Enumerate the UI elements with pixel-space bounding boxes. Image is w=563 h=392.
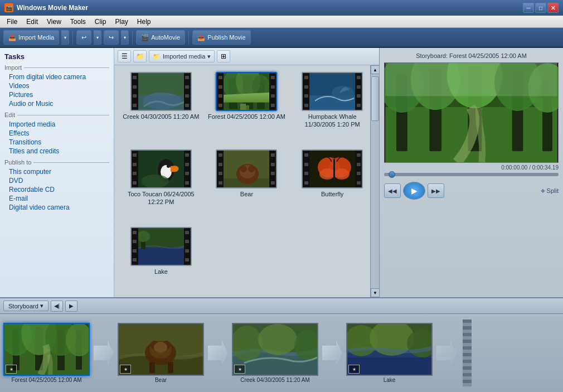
task-effects[interactable]: Effects	[4, 129, 109, 138]
media-thumb-lake	[130, 227, 192, 266]
media-thumb-butterfly	[302, 149, 363, 188]
timeline-play-button[interactable]: ▶	[65, 301, 77, 312]
preview-seekbar[interactable]	[384, 173, 559, 176]
automovie-icon: 🎬	[141, 34, 149, 41]
menu-help[interactable]: Help	[133, 17, 156, 27]
media-item-butterfly[interactable]: Butterfly	[292, 149, 372, 221]
timeline-go-start-button[interactable]: ◀|	[51, 301, 63, 312]
timeline-item-creek[interactable]: ★ Creek 04/30/2005 11:20 AM	[232, 323, 318, 383]
media-grid: Creek 04/30/2005 11:20 AM	[114, 65, 379, 297]
tl-arrow-4	[433, 336, 460, 370]
preview-time-display: 0:00:00.00 / 0:00:34.19	[384, 164, 559, 171]
tasks-title: Tasks	[4, 52, 109, 61]
automovie-button[interactable]: 🎬 AutoMovie	[136, 30, 185, 45]
menu-tools[interactable]: Tools	[66, 17, 90, 27]
undo-button[interactable]: ↩	[76, 30, 91, 45]
close-button[interactable]: ✕	[547, 3, 559, 13]
maximize-button[interactable]: □	[535, 3, 546, 13]
task-pictures[interactable]: Pictures	[4, 90, 109, 99]
preview-title: Storyboard: Forest 04/25/2005 12:00 AM	[384, 52, 559, 59]
scroll-down-arrow[interactable]: ▼	[371, 288, 379, 297]
dropdown-arrow-icon: ▾	[207, 53, 211, 60]
arrow-shape-1	[94, 341, 114, 365]
film-strip-right-3	[355, 73, 362, 110]
whale-visual	[309, 73, 357, 111]
scroll-thumb[interactable]	[371, 76, 379, 121]
bear-visual	[224, 151, 271, 188]
media-item-creek[interactable]: Creek 04/30/2005 11:20 AM	[121, 72, 201, 144]
film-strip-right-2	[269, 73, 276, 110]
media-item-lake[interactable]: Lake	[121, 227, 201, 291]
svg-rect-11	[246, 105, 249, 111]
minimize-button[interactable]: ─	[523, 3, 534, 13]
view-mode-button[interactable]: ☰	[118, 50, 131, 62]
tl-label-creek: Creek 04/30/2005 11:20 AM	[240, 377, 310, 383]
tl-arrow-1	[90, 336, 118, 370]
seek-thumb[interactable]	[389, 171, 395, 178]
film-strip-right-4	[184, 151, 191, 187]
film-strip-left	[132, 73, 138, 110]
scrollbar-track[interactable]: ▲ ▼	[370, 65, 379, 297]
import-section-header: Import	[4, 64, 109, 71]
arrow-shape-2	[208, 341, 228, 365]
rewind-button[interactable]: ◀◀	[384, 183, 401, 198]
publish-movie-button[interactable]: 📤 Publish Movie	[192, 30, 250, 45]
timeline-item-bear[interactable]: ★ Bear	[118, 323, 204, 383]
film-strip-left-3	[303, 73, 309, 110]
tasks-panel: Tasks Import From digital video camera V…	[0, 48, 114, 297]
tl-arrow-2	[204, 336, 232, 370]
svg-point-30	[334, 168, 350, 180]
timeline-item-forest[interactable]: ★ Forest 04/25/2005 12:00 AM	[3, 323, 90, 383]
svg-rect-66	[149, 362, 155, 373]
menu-view[interactable]: View	[42, 17, 66, 27]
film-strip-right-6	[355, 151, 362, 187]
task-digital-camera[interactable]: From digital video camera	[4, 72, 109, 81]
svg-rect-10	[240, 104, 246, 111]
menu-file[interactable]: File	[2, 17, 22, 27]
film-strip-left-5	[217, 151, 224, 187]
timeline-item-lake[interactable]: ★ Lake	[346, 323, 433, 383]
media-label-butterfly: Butterfly	[321, 190, 343, 198]
task-audio[interactable]: Audio or Music	[4, 99, 109, 108]
media-label-whale: Humpback Whale 11/30/2005 1:20 PM	[292, 113, 372, 129]
preview-controls: ◀◀ ▶ ▶▶ ⌖ Split	[384, 182, 559, 200]
split-button[interactable]: ⌖ Split	[541, 186, 559, 196]
grid-view-button[interactable]: ⊞	[217, 50, 230, 62]
media-item-forest[interactable]: Forest 04/25/2005 12:00 AM	[207, 72, 287, 144]
folder-button[interactable]: 📁	[133, 50, 147, 62]
media-item-bear[interactable]: Bear	[207, 149, 287, 221]
timeline-end-strip	[463, 320, 472, 386]
preview-panel: Storyboard: Forest 04/25/2005 12:00 AM	[379, 48, 563, 297]
scroll-up-arrow[interactable]: ▲	[371, 65, 379, 74]
import-media-button[interactable]: 📥 Import Media	[3, 30, 59, 45]
task-email[interactable]: E-mail	[4, 194, 109, 203]
arrow-shape-3	[322, 341, 342, 365]
task-transitions[interactable]: Transitions	[4, 138, 109, 147]
tl-star-icon-2: ★	[120, 365, 131, 374]
task-imported-media[interactable]: Imported media	[4, 120, 109, 129]
task-videos[interactable]: Videos	[4, 81, 109, 90]
media-item-whale[interactable]: Humpback Whale 11/30/2005 1:20 PM	[292, 72, 372, 144]
redo-dropdown-arrow[interactable]: ▾	[121, 30, 129, 45]
redo-button[interactable]: ↪	[104, 30, 119, 45]
svg-rect-48	[385, 63, 557, 96]
task-titles-credits[interactable]: Titles and credits	[4, 147, 109, 156]
play-button[interactable]: ▶	[403, 182, 425, 200]
menu-play[interactable]: Play	[111, 17, 133, 27]
task-dvd[interactable]: DVD	[4, 176, 109, 185]
storyboard-dropdown[interactable]: Storyboard ▾	[3, 301, 48, 311]
menu-edit[interactable]: Edit	[22, 17, 42, 27]
menu-clip[interactable]: Clip	[90, 17, 111, 27]
film-strip-right-7	[184, 228, 191, 265]
fast-forward-button[interactable]: ▶▶	[428, 183, 444, 198]
task-recordable-cd[interactable]: Recordable CD	[4, 185, 109, 194]
toolbar-separator-2	[132, 31, 133, 44]
task-this-computer[interactable]: This computer	[4, 167, 109, 176]
undo-dropdown-arrow[interactable]: ▾	[94, 30, 101, 45]
publish-section-header: Publish to	[4, 159, 109, 166]
media-item-toucan[interactable]: Toco Toucan 06/24/2005 12:22 PM	[121, 149, 201, 221]
import-dropdown-arrow[interactable]: ▾	[61, 30, 69, 45]
svg-point-65	[154, 342, 167, 353]
task-digital-video-camera[interactable]: Digital video camera	[4, 203, 109, 212]
collection-dropdown[interactable]: 📁 Imported media ▾	[149, 50, 215, 62]
